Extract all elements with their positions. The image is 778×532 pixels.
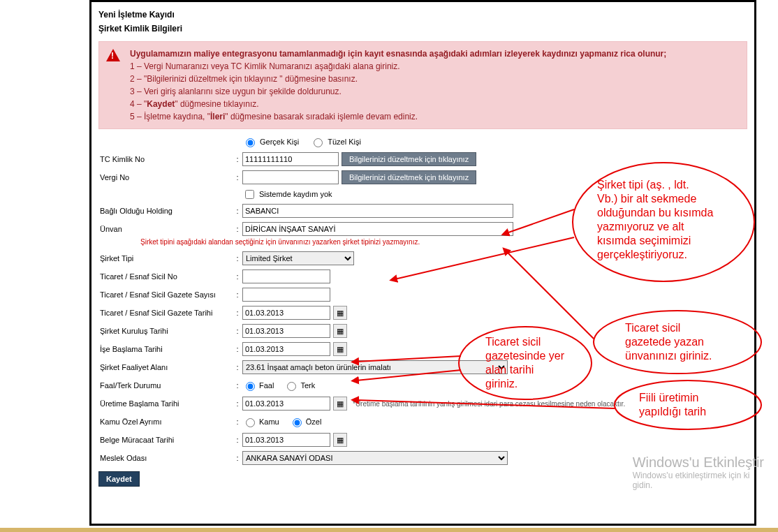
sirket-tipi-select[interactable]: Limited Şirket — [242, 251, 354, 265]
form-frame: Yeni İşletme Kayıdı Şirket Kimlik Bilgil… — [89, 0, 756, 526]
alert-step-1: 1 – Vergi Numaranızı veya TC Kimlik Numa… — [130, 61, 740, 71]
kurulus-tarih-label: Şirket Kuruluş Tarihi — [98, 327, 233, 335]
sistemde-kaydim-yok-checkbox[interactable]: Sistemde kaydım yok — [242, 188, 332, 201]
ise-baslama-label: İşe Başlama Tarihi — [98, 345, 233, 353]
vergi-fix-button[interactable]: Bilgilerinizi düzeltmek için tıklayınız — [342, 170, 476, 184]
alert-step-5: 5 – İşletme kaydına, "İleri" düğmesine b… — [130, 112, 740, 121]
calendar-icon[interactable]: ▦ — [333, 342, 347, 356]
calendar-icon[interactable]: ▦ — [333, 306, 347, 320]
faal-radio[interactable]: Faal — [242, 380, 274, 391]
belge-label: Belge Müracaat Tarihi — [98, 436, 233, 444]
faal-terk-label: Faal/Terk Durumu — [98, 381, 233, 390]
vergi-no-label: Vergi No — [98, 173, 233, 182]
ticaret-no-input[interactable] — [242, 269, 330, 283]
gazete-sayi-input[interactable] — [242, 288, 330, 302]
faaliyet-select[interactable]: 23.61 İnşaat amaçlı beton ürünlerin imal… — [242, 360, 508, 374]
gercek-kisi-radio[interactable]: Gerçek Kişi — [242, 136, 299, 147]
ticaret-no-label: Ticaret / Esnaf Sicil No — [98, 272, 233, 281]
meslek-odasi-label: Meslek Odası — [98, 454, 233, 462]
terk-radio[interactable]: Terk — [284, 380, 315, 391]
sirket-tipi-label: Şirket Tipi — [98, 254, 233, 263]
gazete-tarih-input[interactable] — [242, 306, 330, 320]
gazete-sayi-label: Ticaret / Esnaf Sicil Gazete Sayısı — [98, 290, 233, 299]
alert-lead: Uygulamamızın maliye entegrasyonu tamaml… — [130, 49, 666, 59]
save-button[interactable]: Kaydet — [98, 471, 140, 487]
warning-icon — [106, 49, 120, 61]
uretim-label: Üretime Başlama Tarihi — [98, 399, 233, 408]
ise-baslama-input[interactable] — [242, 342, 330, 356]
uretim-input[interactable] — [242, 397, 330, 411]
unvan-label: Ünvan — [98, 225, 233, 233]
unvan-hint: Şirket tipini aşağıdaki alandan seçtiğin… — [140, 238, 747, 249]
kisi-tipi-radio-group: Gerçek Kişi Tüzel Kişi — [242, 136, 747, 147]
vergi-no-input[interactable] — [242, 170, 339, 184]
unvan-input[interactable] — [242, 222, 513, 236]
windows-watermark: Windows'u Etkinleştir Windows'u etkinleş… — [633, 455, 764, 490]
bottom-accent-bar — [0, 528, 778, 532]
alert-box: Uygulamamızın maliye entegrasyonu tamaml… — [98, 41, 747, 129]
page-title-1: Yeni İşletme Kayıdı — [98, 8, 747, 22]
gazete-tarih-label: Ticaret / Esnaf Sicil Gazete Tarihi — [98, 309, 233, 317]
uretim-note: *Üretime başlama tarihinin yanlış girilm… — [353, 400, 625, 408]
belge-input[interactable] — [242, 433, 330, 447]
kamu-ozel-label: Kamu Özel Ayrımı — [98, 418, 233, 426]
tuzel-kisi-radio[interactable]: Tüzel Kişi — [310, 136, 361, 147]
calendar-icon[interactable]: ▦ — [333, 397, 347, 411]
kamu-radio[interactable]: Kamu — [242, 416, 279, 427]
holding-label: Bağlı Olduğu Holding — [98, 207, 233, 215]
tc-fix-button[interactable]: Bilgilerinizi düzeltmek için tıklayınız — [342, 152, 476, 166]
alert-step-2: 2 – "Bilgilerinizi düzeltmek için tıklay… — [130, 74, 740, 84]
ozel-radio[interactable]: Özel — [289, 416, 322, 427]
tc-kimlik-input[interactable] — [242, 152, 339, 166]
tc-kimlik-label: TC Kimlik No — [98, 155, 233, 163]
page-title-2: Şirket Kimlik Bilgileri — [98, 22, 747, 36]
holding-input[interactable] — [242, 204, 513, 218]
kurulus-tarih-input[interactable] — [242, 324, 330, 338]
calendar-icon[interactable]: ▦ — [333, 324, 347, 338]
faaliyet-label: Şirket Faaliyet Alanı — [98, 363, 233, 371]
alert-step-4: 4 – "Kaydet" düğmesine tıklayınız. — [130, 99, 740, 109]
meslek-odasi-select[interactable]: ANKARA SANAYİ ODASI — [242, 451, 508, 465]
calendar-icon[interactable]: ▦ — [333, 433, 347, 447]
alert-step-3: 3 – Veri giriş alanlarını size uygun bir… — [130, 87, 740, 96]
